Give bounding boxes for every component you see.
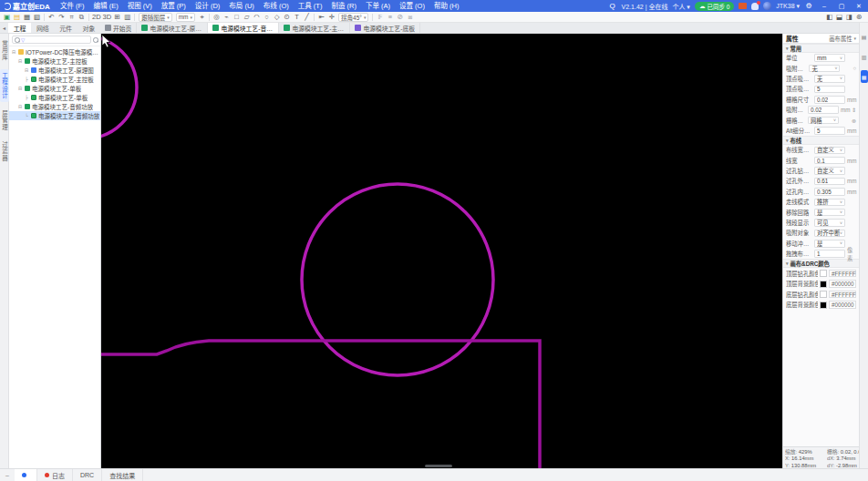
panel-toggle-icon[interactable]: ⬓ <box>834 12 844 22</box>
toolbar-tool-icon[interactable]: ○ <box>262 12 272 22</box>
left-dock-tab[interactable]: 层管理 <box>0 107 9 134</box>
property-field[interactable]: 0.1 <box>814 157 845 165</box>
color-hex-field[interactable]: #FFFFFF <box>829 291 856 299</box>
feedback-icon[interactable] <box>739 3 747 9</box>
property-side-icon[interactable]: ○ <box>852 66 856 71</box>
property-field[interactable]: 0.305 <box>814 188 845 196</box>
tree-row[interactable]: ⊟ 电源模块工艺-原理图 <box>9 66 100 75</box>
search-icon[interactable]: Q <box>608 2 617 11</box>
tree-row[interactable]: ├ 电源模块工艺-主控板 <box>9 75 100 84</box>
corner-mode-combo[interactable]: 拐角45°▾ <box>338 13 368 22</box>
property-field[interactable]: 推挤 ˅ <box>814 199 845 207</box>
expander-icon[interactable]: ├ <box>24 77 29 82</box>
color-swatch[interactable] <box>820 302 827 309</box>
menu-item[interactable]: 视图 (V) <box>123 0 157 12</box>
left-dock-tab[interactable]: 常用库 <box>0 37 9 64</box>
toolbar-tool-icon[interactable]: ⌖ <box>197 12 207 22</box>
pcb-circle-large[interactable] <box>302 184 493 375</box>
tree-row[interactable]: ⊟ 电源模块工艺-单板 <box>9 84 100 93</box>
tree-row[interactable]: ⊟ 电源模块工艺-主控板 <box>9 56 100 66</box>
color-hex-field[interactable]: #FFFFFF <box>829 270 856 278</box>
left-panel-tab[interactable]: 对象 <box>78 23 100 33</box>
property-field[interactable]: 0.61 <box>814 178 845 186</box>
collapse-bottom-panel-icon[interactable]: – <box>0 469 15 481</box>
toolbar-icon[interactable]: ▦ <box>22 12 32 22</box>
toolbar-icon[interactable]: ⌗ <box>67 12 77 22</box>
property-field[interactable]: 对齐中断.. ˅ <box>814 230 845 238</box>
toolbar-tool-icon[interactable]: □ <box>232 12 242 22</box>
tree-row[interactable]: └ 电源模块工艺-音频功放 <box>9 111 100 120</box>
document-tab[interactable]: 电源模块工艺-音频功放 <box>208 23 279 33</box>
toolbar-tool-icon[interactable]: ✛ <box>326 12 336 22</box>
toolbar-tool-icon[interactable]: ◠ <box>252 12 262 22</box>
expander-icon[interactable]: ⊟ <box>17 58 23 64</box>
property-field[interactable]: 自定义 ˅ <box>814 167 845 175</box>
expander-icon[interactable]: └ <box>24 113 29 118</box>
toolbar-icon[interactable]: ⊘ <box>395 12 405 22</box>
toolbar-icon[interactable]: 𝔽 <box>375 12 385 22</box>
bottom-tab[interactable] <box>15 469 37 481</box>
horizontal-scrollbar-thumb[interactable] <box>425 465 452 467</box>
toolbar-icon[interactable]: ⧉ <box>77 12 87 22</box>
avatar[interactable] <box>763 2 771 10</box>
document-tab[interactable]: 电源模块工艺-底板 <box>350 23 420 33</box>
left-dock-tab[interactable]: 过滤器 <box>0 138 9 165</box>
toolbar-tool-icon[interactable]: T <box>292 12 302 22</box>
toolbar-icon[interactable]: ▧ <box>32 12 42 22</box>
menu-item[interactable]: 设计 (D) <box>191 0 225 12</box>
pcb-board-outline[interactable] <box>101 341 540 468</box>
property-field[interactable]: 1 <box>814 250 845 258</box>
toolbar-icon[interactable]: ▥ <box>122 12 132 22</box>
panel-toggle-icon[interactable]: ◨ <box>844 12 854 22</box>
menu-item[interactable]: 文件 (F) <box>56 0 89 12</box>
left-panel-tab[interactable]: 工程 <box>8 23 31 33</box>
toolbar-tool-icon[interactable]: ◎ <box>212 12 222 22</box>
pcb-circle-topleft[interactable] <box>101 36 137 138</box>
property-field[interactable]: 5 <box>814 86 845 94</box>
menu-item[interactable]: 工具 (T) <box>294 0 327 12</box>
tree-row[interactable]: ⊟ IOTPower-DC降压电源模块-多路输出_测试版 <box>9 47 100 56</box>
bottom-tab[interactable]: 查找结果 <box>102 469 143 481</box>
toolbar-icon[interactable]: ▣ <box>2 12 12 22</box>
bottom-tab[interactable]: 日志 <box>37 469 73 481</box>
notifications-icon[interactable] <box>751 3 759 10</box>
left-dock-tab[interactable]: 工程设计 <box>0 69 9 102</box>
property-field[interactable]: 自定义 ˅ <box>814 147 845 155</box>
workspace-switcher[interactable]: 个人 ▾ <box>672 2 689 11</box>
window-minimize-button[interactable]: – <box>818 0 831 12</box>
property-field[interactable]: 0.02 <box>814 96 845 104</box>
filter-icon[interactable]: ▽ <box>21 37 25 43</box>
property-field[interactable]: 网格 ˅ <box>808 117 839 125</box>
toolbar-tool-icon[interactable]: ◇ <box>272 12 282 22</box>
collapse-left-panel-icon[interactable]: ◂ <box>0 23 8 33</box>
panel-toggle-icon[interactable]: ◧ <box>824 12 834 22</box>
pcb-canvas[interactable] <box>101 34 782 468</box>
property-field[interactable]: 无 ˅ <box>814 75 845 83</box>
toolbar-icon[interactable]: ⊞ <box>112 12 122 22</box>
toolbar-icon[interactable]: ▤ <box>12 12 22 22</box>
tree-row[interactable]: ├ 电源模块工艺-单板 <box>9 93 100 102</box>
toolbar-icon[interactable]: 3D <box>102 12 113 22</box>
left-panel-tab[interactable]: 元件 <box>55 23 78 33</box>
property-field[interactable]: 5 <box>814 127 845 135</box>
property-field[interactable]: 是 ˅ <box>814 209 845 217</box>
left-panel-tab[interactable]: 网络 <box>31 23 54 33</box>
menu-item[interactable]: 制造 (R) <box>326 0 361 12</box>
menu-item[interactable]: 布局 (U) <box>224 0 259 12</box>
menu-item[interactable]: 布线 (O) <box>259 0 294 12</box>
expander-icon[interactable]: ⊟ <box>24 67 29 73</box>
document-tab[interactable]: 电源模块工艺-原理图 <box>137 23 208 33</box>
right-dock-tab[interactable]: ▥ <box>861 50 868 63</box>
property-field[interactable]: 无 ˅ <box>809 65 840 73</box>
section-routing[interactable]: ▾ 布线 <box>783 136 859 145</box>
right-dock-tab[interactable]: ▦ <box>861 70 868 83</box>
toolbar-tool-icon[interactable]: ▱ <box>242 12 252 22</box>
toolbar-tool-icon[interactable]: ⇤ <box>316 12 326 22</box>
property-field[interactable]: mm ˅ <box>814 54 845 62</box>
menu-item[interactable]: 设置 (O) <box>395 0 429 12</box>
panel-toggle-icon[interactable]: ⊛ <box>854 12 864 22</box>
menu-item[interactable]: 放置 (P) <box>157 0 191 12</box>
sync-status-badge[interactable]: ☁ 已同步 0 <box>695 2 734 11</box>
color-swatch[interactable] <box>820 291 827 298</box>
expander-icon[interactable]: ⊟ <box>17 86 23 91</box>
